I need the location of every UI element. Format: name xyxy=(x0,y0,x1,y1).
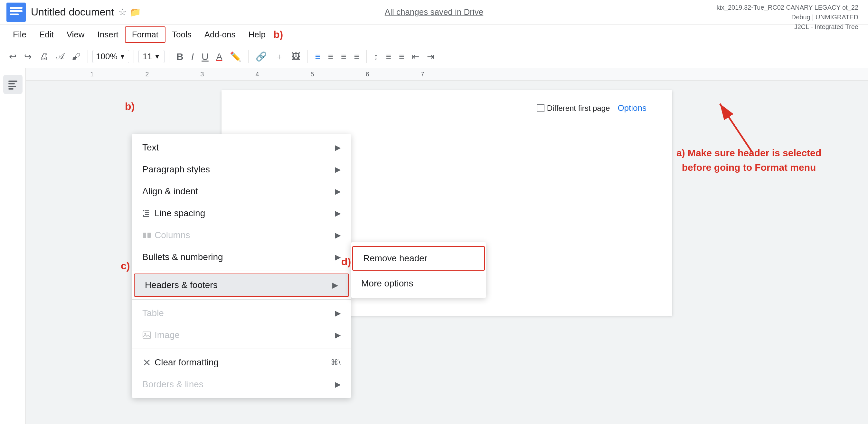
font-size-selector[interactable]: 11 ▼ xyxy=(138,50,164,63)
format-borders-arrow: ▶ xyxy=(335,380,341,389)
highlight-button[interactable]: ✏️ xyxy=(227,49,244,64)
columns-icon xyxy=(142,231,151,240)
ruler-num: 4 xyxy=(255,70,259,78)
format-columns-item[interactable]: Columns ▶ xyxy=(132,224,351,246)
format-bullets-arrow: ▶ xyxy=(335,253,341,262)
format-paragraph-item[interactable]: Paragraph styles ▶ xyxy=(132,159,351,180)
remove-header-label: Remove header xyxy=(363,253,427,263)
align-left-button[interactable]: ≡ xyxy=(312,50,322,64)
format-align-label: Align & indent xyxy=(142,186,198,197)
menu-file[interactable]: File xyxy=(6,27,33,42)
svg-rect-5 xyxy=(8,83,15,84)
format-image-item[interactable]: Image ▶ xyxy=(132,324,351,346)
redo-button[interactable]: ↪ xyxy=(22,49,34,64)
menu-tools[interactable]: Tools xyxy=(165,27,198,42)
label-b: b) xyxy=(273,29,283,40)
doc-title[interactable]: Untitled document xyxy=(31,6,114,18)
menu-divider-3 xyxy=(132,348,351,349)
annotation-b: b) xyxy=(125,101,134,112)
svg-rect-0 xyxy=(6,3,26,22)
format-text-label: Text xyxy=(142,142,159,153)
sidebar xyxy=(0,68,26,424)
svg-rect-14 xyxy=(143,233,146,238)
format-bullets-item[interactable]: Bullets & numbering ▶ xyxy=(132,246,351,268)
more-options-item[interactable]: More options xyxy=(351,272,486,295)
options-link[interactable]: Options xyxy=(618,103,647,113)
spellcheck-button[interactable]: 𝒜 xyxy=(54,49,66,64)
menu-help[interactable]: Help xyxy=(242,27,272,42)
format-linespacing-arrow: ▶ xyxy=(335,209,341,218)
format-clearformatting-shortcut: ⌘\ xyxy=(331,358,341,367)
remove-header-item[interactable]: Remove header xyxy=(352,246,485,271)
headers-submenu: Remove header More options xyxy=(351,242,486,298)
align-right-button[interactable]: ≡ xyxy=(338,50,349,64)
format-text-arrow: ▶ xyxy=(335,143,341,152)
format-columns-arrow: ▶ xyxy=(335,231,341,240)
ruler-num: 3 xyxy=(200,70,204,78)
menu-format[interactable]: Format xyxy=(125,26,165,43)
indent-inc-button[interactable]: ⇥ xyxy=(424,49,437,64)
different-first-page-checkbox[interactable] xyxy=(537,104,545,112)
main-area: 1 2 3 4 5 6 7 Different first xyxy=(0,68,868,424)
svg-rect-4 xyxy=(8,81,18,82)
menu-edit[interactable]: Edit xyxy=(33,27,60,42)
separator-6 xyxy=(366,50,367,63)
format-paragraph-arrow: ▶ xyxy=(335,165,341,174)
format-image-arrow: ▶ xyxy=(335,331,341,340)
indent-dec-button[interactable]: ⇤ xyxy=(409,49,422,64)
menu-insert[interactable]: Insert xyxy=(91,27,125,42)
folder-icon[interactable]: 📁 xyxy=(130,7,141,18)
align-justify-button[interactable]: ≡ xyxy=(351,50,362,64)
underline-button[interactable]: U xyxy=(199,49,211,64)
separator-5 xyxy=(307,50,308,63)
align-center-button[interactable]: ≡ xyxy=(326,50,336,64)
annotation-d: d) xyxy=(341,256,351,268)
line-spacing-icon xyxy=(142,209,151,218)
svg-rect-16 xyxy=(143,332,151,338)
zoom-selector[interactable]: 100% ▼ xyxy=(92,50,129,63)
link-button[interactable]: 🔗 xyxy=(253,49,270,64)
save-status: All changes saved in Drive xyxy=(385,7,483,17)
text-color-button[interactable]: A xyxy=(214,50,225,64)
image-button[interactable]: 🖼 xyxy=(289,49,303,64)
format-columns-label: Columns xyxy=(155,230,190,241)
ruler-num: 7 xyxy=(421,70,424,78)
format-linespacing-item[interactable]: Line spacing ▶ xyxy=(132,202,351,224)
format-clearformatting-label: Clear formatting xyxy=(155,357,219,368)
menu-view[interactable]: View xyxy=(60,27,91,42)
format-headers-item[interactable]: Headers & footers ▶ xyxy=(134,274,349,297)
format-table-label: Table xyxy=(142,308,164,318)
format-borders-label: Borders & lines xyxy=(142,379,204,390)
format-align-item[interactable]: Align & indent ▶ xyxy=(132,180,351,202)
app-icon xyxy=(6,3,26,22)
svg-rect-3 xyxy=(10,13,19,15)
star-icon[interactable]: ☆ xyxy=(119,7,127,18)
separator-1 xyxy=(88,50,88,63)
format-clearformatting-item[interactable]: Clear formatting ⌘\ xyxy=(132,351,351,373)
format-table-item[interactable]: Table ▶ xyxy=(132,302,351,324)
separator-4 xyxy=(248,50,249,63)
sidebar-outline-icon[interactable] xyxy=(3,75,23,94)
format-image-label: Image xyxy=(155,330,180,340)
title-bar: Untitled document ☆ 📁 All changes saved … xyxy=(0,0,868,25)
separator-3 xyxy=(169,50,169,63)
menu-divider-2 xyxy=(132,299,351,300)
svg-rect-1 xyxy=(10,7,23,9)
annotation-c: c) xyxy=(121,260,130,272)
doc-area: 1 2 3 4 5 6 7 Different first xyxy=(26,68,868,424)
more-options-label: More options xyxy=(361,278,413,289)
format-text-item[interactable]: Text ▶ xyxy=(132,137,351,159)
bold-button[interactable]: B xyxy=(174,49,186,64)
format-borders-item[interactable]: Borders & lines ▶ xyxy=(132,373,351,395)
undo-button[interactable]: ↩ xyxy=(6,49,19,64)
menu-divider-1 xyxy=(132,271,351,271)
paintformat-button[interactable]: 🖌 xyxy=(69,49,83,64)
list-button[interactable]: ≡ xyxy=(383,50,394,64)
menu-addons[interactable]: Add-ons xyxy=(198,27,242,42)
italic-button[interactable]: I xyxy=(189,49,196,64)
line-spacing-btn[interactable]: ↕ xyxy=(371,50,381,64)
print-button[interactable]: 🖨 xyxy=(37,49,51,64)
ruler: 1 2 3 4 5 6 7 xyxy=(26,68,868,81)
comment-button[interactable]: ＋ xyxy=(272,49,286,65)
bullet-button[interactable]: ≡ xyxy=(396,50,407,64)
